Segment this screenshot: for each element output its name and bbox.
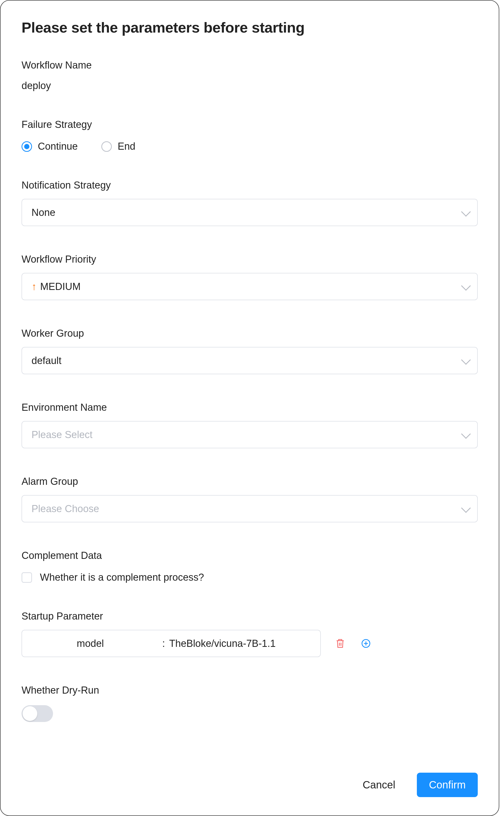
environment-name-select[interactable]: Please Select bbox=[22, 421, 478, 448]
alarm-group-field: Alarm Group Please Choose bbox=[22, 476, 478, 522]
startup-parameter-row: : bbox=[22, 630, 478, 657]
complement-data-checkbox-label: Whether it is a complement process? bbox=[40, 572, 204, 583]
chevron-down-icon bbox=[461, 503, 471, 513]
chevron-down-icon bbox=[461, 281, 471, 291]
dry-run-label: Whether Dry-Run bbox=[22, 685, 478, 696]
worker-group-select[interactable]: default bbox=[22, 347, 478, 374]
trash-icon bbox=[335, 638, 345, 649]
worker-group-field: Worker Group default bbox=[22, 328, 478, 374]
chevron-down-icon bbox=[461, 355, 471, 365]
modal-title: Please set the parameters before startin… bbox=[22, 19, 499, 36]
workflow-name-value: deploy bbox=[22, 80, 478, 91]
radio-label: Continue bbox=[38, 141, 78, 152]
cancel-button[interactable]: Cancel bbox=[357, 774, 401, 796]
failure-strategy-end-radio[interactable]: End bbox=[101, 141, 135, 152]
notification-strategy-label: Notification Strategy bbox=[22, 180, 478, 191]
workflow-name-field: Workflow Name deploy bbox=[22, 60, 478, 91]
confirm-button[interactable]: Confirm bbox=[417, 773, 478, 797]
failure-strategy-field: Failure Strategy Continue End bbox=[22, 119, 478, 152]
chevron-down-icon bbox=[461, 429, 471, 439]
dry-run-field: Whether Dry-Run bbox=[22, 685, 478, 722]
alarm-group-label: Alarm Group bbox=[22, 476, 478, 487]
notification-strategy-field: Notification Strategy None bbox=[22, 180, 478, 226]
select-placeholder: Please Choose bbox=[31, 503, 99, 515]
startup-parameter-key-input[interactable] bbox=[22, 630, 159, 657]
radio-icon bbox=[101, 141, 112, 152]
complement-data-checkbox-row: Whether it is a complement process? bbox=[22, 572, 478, 583]
startup-parameter-label: Startup Parameter bbox=[22, 611, 478, 622]
dry-run-switch[interactable] bbox=[22, 705, 53, 722]
modal-footer: Cancel Confirm bbox=[357, 773, 478, 797]
workflow-priority-label: Workflow Priority bbox=[22, 254, 478, 265]
workflow-name-label: Workflow Name bbox=[22, 60, 478, 71]
arrow-up-icon: ↑ bbox=[31, 281, 36, 291]
plus-circle-icon bbox=[361, 638, 371, 649]
environment-name-field: Environment Name Please Select bbox=[22, 402, 478, 448]
worker-group-label: Worker Group bbox=[22, 328, 478, 339]
add-parameter-button[interactable] bbox=[360, 637, 372, 650]
failure-strategy-radio-group: Continue End bbox=[22, 141, 478, 152]
select-placeholder: Please Select bbox=[31, 429, 92, 441]
complement-data-label: Complement Data bbox=[22, 550, 478, 561]
environment-name-label: Environment Name bbox=[22, 402, 478, 413]
radio-label: End bbox=[118, 141, 135, 152]
parameters-form: Workflow Name deploy Failure Strategy Co… bbox=[1, 36, 499, 722]
switch-knob bbox=[23, 706, 37, 721]
select-value: None bbox=[31, 207, 55, 218]
select-value: default bbox=[31, 355, 61, 366]
startup-parameter-field: Startup Parameter : bbox=[22, 611, 478, 657]
complement-data-field: Complement Data Whether it is a compleme… bbox=[22, 550, 478, 583]
failure-strategy-label: Failure Strategy bbox=[22, 119, 478, 130]
complement-data-checkbox[interactable] bbox=[22, 572, 32, 583]
notification-strategy-select[interactable]: None bbox=[22, 199, 478, 226]
startup-parameter-value-input[interactable] bbox=[169, 630, 320, 657]
failure-strategy-continue-radio[interactable]: Continue bbox=[22, 141, 78, 152]
workflow-priority-select[interactable]: ↑ MEDIUM bbox=[22, 273, 478, 300]
radio-icon bbox=[22, 141, 32, 152]
alarm-group-select[interactable]: Please Choose bbox=[22, 495, 478, 522]
workflow-priority-field: Workflow Priority ↑ MEDIUM bbox=[22, 254, 478, 300]
start-parameters-modal: Please set the parameters before startin… bbox=[0, 0, 499, 816]
select-value: MEDIUM bbox=[40, 281, 81, 292]
chevron-down-icon bbox=[461, 207, 471, 217]
startup-parameter-input-group: : bbox=[22, 630, 321, 657]
colon-separator: : bbox=[159, 638, 169, 649]
delete-parameter-button[interactable] bbox=[334, 637, 347, 650]
